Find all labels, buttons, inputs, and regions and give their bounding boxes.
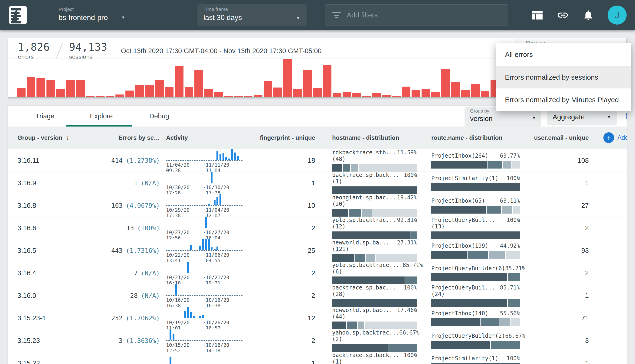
error-bar[interactable] xyxy=(86,96,95,97)
sparkline-slot xyxy=(219,194,222,205)
error-bar[interactable] xyxy=(392,96,401,97)
notifications-button[interactable] xyxy=(582,9,594,21)
table-row[interactable]: 3.15.23-1252(1.7062%)10/19/20 11:01·10/2… xyxy=(8,307,627,330)
error-bar[interactable] xyxy=(234,96,243,97)
error-bar[interactable] xyxy=(145,85,154,97)
distribution-segment xyxy=(343,164,350,172)
table-row[interactable]: 3.16.8103(4.0679%)10/29/20 17:38·11/04/2… xyxy=(8,194,627,217)
error-bar[interactable] xyxy=(412,90,420,97)
activity-sparkline xyxy=(166,217,243,228)
error-bar[interactable] xyxy=(422,90,430,97)
column-header-activity[interactable]: Activity xyxy=(162,126,251,149)
timeframe-select[interactable]: Time frame last 30 days ▼ xyxy=(197,4,307,26)
column-header-route[interactable]: route.name - distribution xyxy=(424,126,527,149)
errors-count-value: 13 xyxy=(126,224,134,232)
fingerprint-cell: 2 xyxy=(251,217,325,239)
error-bar[interactable] xyxy=(303,70,312,97)
error-bar[interactable] xyxy=(293,90,302,97)
distribution-segment xyxy=(489,251,505,258)
error-bar[interactable] xyxy=(244,96,253,97)
activity-cell: 10/27/20 12:56·10/27/20 16:04 xyxy=(162,217,251,239)
menu-item[interactable]: All errors xyxy=(496,43,631,66)
error-bar[interactable] xyxy=(96,96,105,97)
error-bar[interactable] xyxy=(116,94,124,97)
error-bar[interactable] xyxy=(125,90,134,97)
menu-item[interactable]: Errors normalized by sessions xyxy=(496,66,631,89)
chevron-down-icon: ▼ xyxy=(607,115,611,120)
error-bar[interactable] xyxy=(372,93,381,97)
error-bar[interactable] xyxy=(37,78,45,97)
table-row[interactable]: 3.16.91(N/A)10/30/20 17:28·10/30/20 17:2… xyxy=(8,172,627,194)
error-bar[interactable] xyxy=(283,59,292,97)
error-bar[interactable] xyxy=(214,92,223,97)
menu-item[interactable]: Errors normalized by Minutes Played xyxy=(496,88,631,111)
table-row[interactable]: 3.16.028(N/A)10/16/20 16:38·10/16/20 16:… xyxy=(8,284,627,307)
sparkline-slot xyxy=(207,239,210,250)
tab-explore[interactable]: Explore xyxy=(90,106,113,126)
table-row[interactable]: 3.16.47(N/A)10/21/20 16:10·10/21/20 19:2… xyxy=(8,262,627,284)
backtrace-logo[interactable] xyxy=(9,6,27,24)
error-bar[interactable] xyxy=(76,80,85,97)
error-bar[interactable] xyxy=(47,80,55,97)
error-bar[interactable] xyxy=(362,96,371,97)
distribution-segment xyxy=(502,206,512,214)
error-bar[interactable] xyxy=(451,82,460,97)
error-bar[interactable] xyxy=(155,80,164,97)
add-filters-input[interactable]: Add filters xyxy=(325,4,508,26)
error-bar[interactable] xyxy=(175,66,184,97)
error-bar[interactable] xyxy=(106,96,115,97)
tab-triage[interactable]: Triage xyxy=(36,106,54,126)
user-avatar[interactable]: J xyxy=(607,6,627,24)
dot-separator: · xyxy=(203,320,206,330)
tab-debug[interactable]: Debug xyxy=(149,106,169,126)
aggregate-select[interactable]: Aggregate ▼ xyxy=(547,109,617,125)
error-bar[interactable] xyxy=(66,80,75,97)
table-row[interactable]: 3.15.221backtrace.sp.back...(1)100%Proje… xyxy=(8,352,627,364)
distribution-name: ProjectInbox(264) xyxy=(431,152,488,159)
error-bar[interactable] xyxy=(481,91,490,97)
error-bar[interactable] xyxy=(224,96,233,97)
column-header-fingerprint[interactable]: fingerprint - unique xyxy=(251,126,325,149)
project-select[interactable]: Project bs-frontend-pro ▼ xyxy=(59,6,125,22)
distribution-bar xyxy=(431,206,520,214)
column-header-version[interactable]: Group - version ↓ xyxy=(8,126,100,149)
dashboard-layout-button[interactable] xyxy=(531,9,543,21)
error-bar[interactable] xyxy=(402,86,411,97)
error-bar[interactable] xyxy=(204,89,213,97)
activity-start-date: 10/30/20 17:28 xyxy=(166,185,203,194)
error-bar[interactable] xyxy=(194,70,203,97)
column-header-email[interactable]: user.email - unique xyxy=(527,126,599,149)
link-icon xyxy=(557,9,569,21)
error-bar[interactable] xyxy=(441,69,450,97)
error-bar[interactable] xyxy=(313,88,322,97)
error-bar[interactable] xyxy=(382,95,391,97)
column-header-errors[interactable]: Errors by se… xyxy=(100,126,162,149)
error-bar[interactable] xyxy=(185,87,194,97)
error-bar[interactable] xyxy=(352,93,361,97)
distribution-bar xyxy=(332,299,417,307)
table-row[interactable]: 3.16.11414(1.2738%)11/04/20 09:28·11/11/… xyxy=(8,149,627,172)
error-bar[interactable] xyxy=(273,88,282,97)
error-bar[interactable] xyxy=(135,85,144,97)
sparkline-slot xyxy=(207,204,210,205)
column-header-hostname[interactable]: hostname - distribution xyxy=(325,126,424,149)
table-row[interactable]: 3.15.233(1.3636%)10/15/20 12:52·10/16/20… xyxy=(8,330,627,352)
share-link-button[interactable] xyxy=(556,9,569,21)
error-bar[interactable] xyxy=(471,84,480,97)
error-bar[interactable] xyxy=(254,95,262,97)
sparkline-slot xyxy=(190,245,193,250)
error-bar[interactable] xyxy=(323,65,332,97)
error-bar[interactable] xyxy=(17,88,26,97)
table-row[interactable]: 3.16.5443(1.7316%)10/22/20 13:41·11/06/2… xyxy=(8,239,627,262)
error-bar[interactable] xyxy=(431,92,440,97)
error-bar[interactable] xyxy=(27,77,36,97)
error-bar[interactable] xyxy=(56,89,65,97)
table-row[interactable]: 3.16.613(100%)10/27/20 12:56·10/27/20 16… xyxy=(8,217,627,239)
error-bar[interactable] xyxy=(333,92,341,97)
error-bar[interactable] xyxy=(343,92,351,97)
dot-separator: · xyxy=(203,185,206,194)
error-bar[interactable] xyxy=(461,90,470,97)
error-bar[interactable] xyxy=(165,87,174,97)
error-bar[interactable] xyxy=(264,81,272,97)
add-column-button[interactable]: + Add xyxy=(599,132,627,143)
